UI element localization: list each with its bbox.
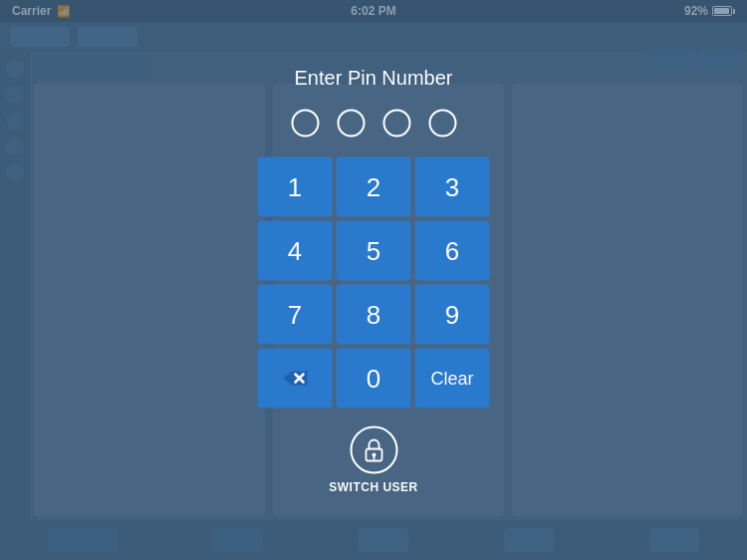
keypad-row-3: 7 8 9 <box>258 285 490 345</box>
keypad-row-4: 0 Clear <box>258 349 490 409</box>
key-1[interactable]: 1 <box>258 157 333 217</box>
pin-dialog: Enter Pin Number 1 2 3 4 5 6 7 8 9 <box>258 67 490 494</box>
key-backspace[interactable] <box>258 349 333 409</box>
pin-dots-container <box>291 110 456 138</box>
switch-user-label: SWITCH USER <box>329 480 418 494</box>
pin-dot-1 <box>291 110 319 138</box>
key-9[interactable]: 9 <box>415 285 490 345</box>
key-5[interactable]: 5 <box>337 221 411 281</box>
key-4[interactable]: 4 <box>258 221 333 281</box>
keypad: 1 2 3 4 5 6 7 8 9 0 Clear <box>258 157 490 409</box>
key-8[interactable]: 8 <box>337 285 411 345</box>
key-6[interactable]: 6 <box>415 221 490 281</box>
key-2[interactable]: 2 <box>337 157 411 217</box>
pin-dot-3 <box>382 110 410 138</box>
keypad-row-2: 4 5 6 <box>258 221 490 281</box>
pin-dot-2 <box>337 110 365 138</box>
pin-dot-4 <box>428 110 456 138</box>
switch-user-icon <box>350 426 397 474</box>
switch-user-button[interactable]: SWITCH USER <box>329 426 418 494</box>
key-0[interactable]: 0 <box>337 349 411 409</box>
key-clear[interactable]: Clear <box>415 349 490 409</box>
pin-dialog-title: Enter Pin Number <box>295 67 453 90</box>
key-3[interactable]: 3 <box>415 157 490 217</box>
key-7[interactable]: 7 <box>258 285 333 345</box>
keypad-row-1: 1 2 3 <box>258 157 490 217</box>
